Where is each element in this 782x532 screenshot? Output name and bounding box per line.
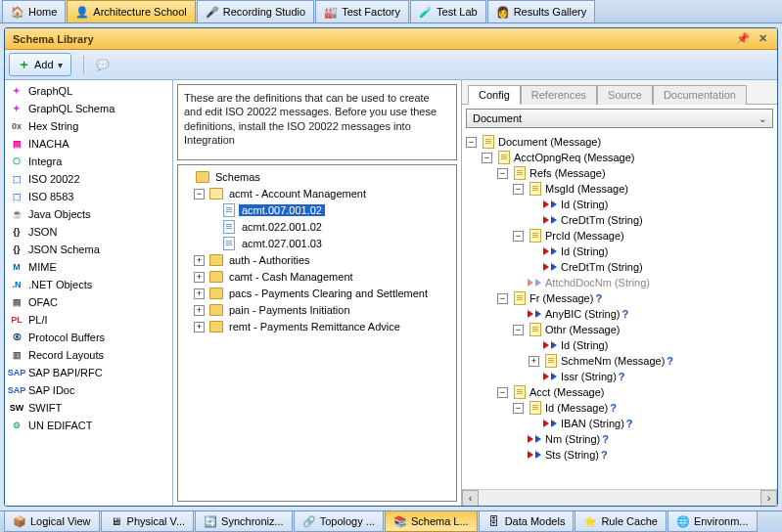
doc-tree-label[interactable]: Id (Message)	[545, 402, 608, 414]
tree-toggle[interactable]: +	[194, 288, 205, 299]
tab-config[interactable]: Config	[468, 85, 521, 105]
doc-tree-label[interactable]: Sts (String)	[545, 449, 599, 461]
horizontal-scrollbar[interactable]: ‹ ›	[462, 489, 777, 506]
bottom-tab[interactable]: 🗄Data Models	[479, 511, 575, 532]
doc-tree-label[interactable]: Refs (Message)	[529, 167, 606, 179]
tab-source[interactable]: Source	[597, 85, 653, 105]
tree-toggle[interactable]: +	[194, 272, 205, 283]
schema-type-item[interactable]: SAPSAP IDoc	[5, 381, 172, 399]
doc-tree-label[interactable]: Fr (Message)	[529, 292, 593, 304]
tree-toggle[interactable]: −	[497, 293, 508, 304]
bottom-tab[interactable]: 🌐Environm...	[667, 511, 758, 532]
tree-toggle[interactable]: −	[513, 325, 524, 335]
schema-type-item[interactable]: ✦GraphQL	[5, 82, 172, 100]
description-box[interactable]: These are the definitions that can be us…	[177, 84, 457, 160]
bottom-tab[interactable]: 🔄Synchroniz...	[195, 511, 293, 532]
bottom-tab[interactable]: 📦Logical View	[4, 511, 100, 532]
doc-tree-label[interactable]: Document (Message)	[498, 136, 601, 148]
schema-type-item[interactable]: ✦GraphQL Schema	[5, 100, 172, 117]
tree-label[interactable]: pain - Payments Initiation	[226, 304, 353, 316]
bottom-tab[interactable]: ⭐Rule Cache	[575, 511, 666, 532]
tree-toggle[interactable]: −	[482, 153, 492, 163]
schema-type-item[interactable]: ⚙UN EDIFACT	[5, 417, 172, 434]
tree-toggle[interactable]: −	[497, 387, 508, 398]
doc-tree-label[interactable]: Acct (Message)	[529, 386, 604, 398]
schema-type-item[interactable]: ▤OFAC	[5, 293, 172, 311]
schema-type-item[interactable]: ▤INACHA	[5, 135, 172, 153]
doc-tree-label[interactable]: AcctOpngReq (Message)	[514, 152, 635, 163]
bottom-tab[interactable]: 🔗Topology ...	[294, 511, 384, 532]
tree-label[interactable]: acmt.007.001.02	[239, 204, 325, 216]
doc-tree-label[interactable]: IBAN (String)	[561, 418, 624, 429]
tree-label[interactable]: remt - Payments Remittance Advice	[226, 321, 403, 332]
tab-references[interactable]: References	[521, 85, 597, 105]
filter-icon[interactable]: 💬	[96, 59, 110, 71]
tree-label[interactable]: acmt - Account Management	[226, 188, 369, 200]
doc-tree-label[interactable]: AttchdDocNm (String)	[545, 277, 650, 288]
schema-type-list[interactable]: ✦GraphQL✦GraphQL Schema0xHex String▤INAC…	[5, 80, 173, 506]
pin-icon[interactable]: 📌	[736, 32, 750, 46]
schema-type-item[interactable]: SAPSAP BAPI/RFC	[5, 364, 172, 381]
schema-type-item[interactable]: ☕Java Objects	[5, 205, 172, 223]
doc-tree-label[interactable]: Id (String)	[561, 339, 608, 351]
tab-documentation[interactable]: Documentation	[653, 85, 747, 105]
doc-tree-label[interactable]: Id (String)	[561, 245, 608, 257]
schema-icon: ✦	[9, 83, 24, 99]
bottom-tab[interactable]: 📚Schema L...	[385, 511, 478, 532]
tree-label[interactable]: pacs - Payments Clearing and Settlement	[226, 288, 431, 299]
tree-label[interactable]: camt - Cash Management	[226, 271, 356, 283]
schema-type-item[interactable]: SWSWIFT	[5, 399, 172, 417]
scroll-right-icon[interactable]: ›	[760, 490, 777, 507]
schema-type-item[interactable]: {}JSON Schema	[5, 241, 172, 258]
schema-type-item[interactable]: ⦿Protocol Buffers	[5, 329, 172, 346]
tree-toggle[interactable]: −	[497, 168, 508, 179]
tab-home[interactable]: 🏠 Home	[2, 0, 66, 22]
tree-label[interactable]: acmt.027.001.03	[239, 238, 325, 249]
doc-tree-label[interactable]: CreDtTm (String)	[561, 214, 643, 226]
tree-label[interactable]: acmt.022.001.02	[239, 221, 325, 233]
schema-type-item[interactable]: ⎔Integra	[5, 153, 172, 170]
schema-type-item[interactable]: MMIME	[5, 258, 172, 276]
schema-tree[interactable]: Schemas − acmt - Account Management acmt…	[177, 164, 457, 502]
document-selector[interactable]: Document ⌄	[466, 109, 773, 128]
schema-type-item[interactable]: ⬚ISO 20022	[5, 170, 172, 188]
tree-toggle[interactable]: +	[194, 322, 205, 332]
schema-icon: ⚙	[9, 418, 24, 433]
tree-toggle[interactable]: −	[513, 184, 524, 195]
tree-label[interactable]: auth - Authorities	[226, 254, 313, 266]
doc-tree-label[interactable]: CreDtTm (String)	[561, 261, 643, 273]
tab-architecture-school[interactable]: 👤 Architecture School	[67, 0, 195, 22]
document-tree[interactable]: −Document (Message)−AcctOpngReq (Message…	[462, 132, 777, 489]
tree-toggle[interactable]: −	[466, 137, 477, 148]
tab-test-factory[interactable]: 🏭 Test Factory	[315, 0, 409, 22]
schema-type-item[interactable]: PLPL/I	[5, 311, 172, 329]
scroll-left-icon[interactable]: ‹	[462, 490, 479, 507]
add-button[interactable]: ＋ Add ▾	[9, 53, 71, 76]
tree-toggle[interactable]: −	[194, 189, 205, 200]
doc-tree-label[interactable]: AnyBIC (String)	[545, 308, 620, 320]
tree-label[interactable]: Schemas	[212, 171, 263, 183]
tab-results-gallery[interactable]: 👩 Results Gallery	[487, 0, 596, 22]
bottom-tab[interactable]: 🖥Physical V...	[101, 511, 195, 532]
doc-tree-label[interactable]: Id (String)	[561, 199, 608, 210]
tree-toggle[interactable]: +	[194, 305, 205, 316]
doc-tree-label[interactable]: Othr (Message)	[545, 324, 620, 335]
schema-type-item[interactable]: {}JSON	[5, 223, 172, 241]
schema-type-item[interactable]: 0xHex String	[5, 117, 172, 135]
doc-tree-label[interactable]: Issr (String)	[561, 371, 617, 382]
doc-tree-label[interactable]: SchmeNm (Message)	[561, 355, 665, 367]
schema-type-item[interactable]: ▥Record Layouts	[5, 346, 172, 364]
close-icon[interactable]: ✕	[756, 32, 769, 46]
doc-tree-label[interactable]: MsgId (Message)	[545, 183, 628, 195]
tree-spacer	[529, 246, 539, 257]
tree-toggle[interactable]: −	[513, 403, 524, 414]
schema-type-item[interactable]: ⬚ISO 8583	[5, 188, 172, 205]
schema-type-item[interactable]: .N.NET Objects	[5, 276, 172, 293]
tab-test-lab[interactable]: 🧪 Test Lab	[410, 0, 486, 22]
tree-toggle[interactable]: +	[194, 255, 205, 266]
tree-toggle[interactable]: +	[529, 356, 539, 367]
tree-toggle[interactable]: −	[513, 231, 524, 242]
doc-tree-label[interactable]: Nm (String)	[545, 433, 600, 445]
tab-recording-studio[interactable]: 🎤 Recording Studio	[197, 0, 314, 22]
doc-tree-label[interactable]: PrcId (Message)	[545, 230, 624, 242]
